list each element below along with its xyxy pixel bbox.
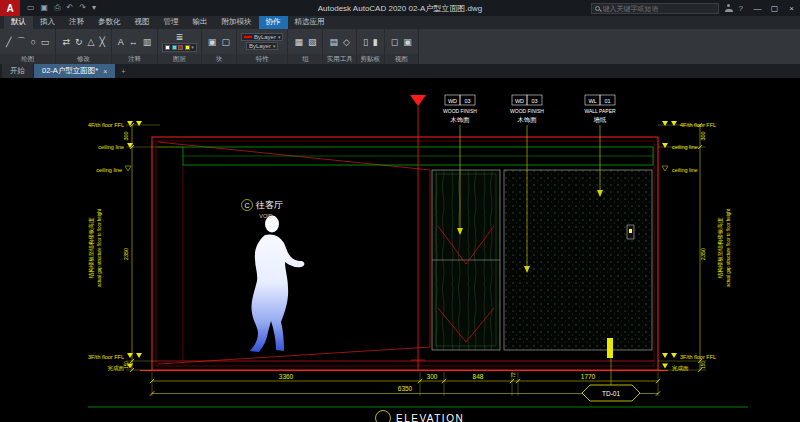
- arc-tool-icon[interactable]: ⌒: [16, 35, 25, 48]
- maximize-button[interactable]: ▢: [766, 0, 783, 16]
- svg-text:300: 300: [427, 373, 438, 380]
- titlebar-right: ? — ▢ ×: [591, 0, 800, 16]
- rotate-tool-icon[interactable]: ↻: [75, 37, 83, 47]
- save-icon[interactable]: ▣: [41, 3, 49, 13]
- copy-clip-icon[interactable]: ▮: [373, 37, 378, 47]
- quick-select-icon[interactable]: ◇: [343, 37, 350, 47]
- svg-text:4F/th floor FFL: 4F/th floor FFL: [88, 122, 124, 128]
- tab-featured-apps[interactable]: 精选应用: [288, 15, 332, 29]
- chevron-down-icon: ▾: [278, 34, 281, 40]
- new-tab-icon[interactable]: +: [116, 65, 130, 78]
- move-tool-icon[interactable]: ⇄: [62, 37, 70, 47]
- svg-text:2350: 2350: [123, 248, 129, 260]
- close-button[interactable]: ×: [783, 0, 800, 16]
- panel-modify-label[interactable]: 修改: [56, 54, 110, 64]
- erase-tool-icon[interactable]: ╳: [99, 37, 104, 47]
- svg-text:WD: WD: [448, 98, 457, 104]
- help-icon[interactable]: ?: [739, 4, 743, 13]
- minimize-button[interactable]: —: [749, 0, 766, 16]
- ribbon: ╱ ⌒ ○ ▭ 绘图 ⇄ ↻ △ ╳ 修改 A ↔ ▥ 注释 ≣: [0, 29, 800, 64]
- svg-text:结构楼板至结构楼板高度: 结构楼板至结构楼板高度: [717, 217, 724, 278]
- panel-block-label[interactable]: 块: [202, 54, 236, 64]
- tab-default[interactable]: 默认: [4, 15, 33, 29]
- group-icon[interactable]: ▦: [294, 37, 303, 47]
- file-tab-start[interactable]: 开始: [2, 64, 33, 78]
- insert-block-icon[interactable]: ▣: [208, 37, 217, 47]
- panel-clipboard: ▯ ▮ 剪贴板: [357, 29, 385, 64]
- measure-tool-icon[interactable]: ▤: [329, 37, 338, 47]
- svg-text:ELEVATION: ELEVATION: [396, 413, 464, 422]
- tab-manage[interactable]: 管理: [157, 15, 186, 29]
- text-tool-icon[interactable]: A: [118, 37, 124, 47]
- dimension-tool-icon[interactable]: ↔: [129, 37, 138, 47]
- tab-output[interactable]: 输出: [186, 15, 215, 29]
- line-tool-icon[interactable]: ╱: [6, 37, 11, 47]
- elevation-drawing-svg[interactable]: C 往客厅 VOID WD 03 WOOD FINISH 木饰面 WD 03 W…: [0, 78, 800, 422]
- panel-block: ▣ ▢ 块: [202, 29, 237, 64]
- paste-icon[interactable]: ▯: [363, 37, 368, 47]
- svg-text:木饰面: 木饰面: [450, 116, 470, 123]
- tab-addins[interactable]: 附加模块: [215, 15, 259, 29]
- open-icon[interactable]: ▭: [27, 3, 35, 13]
- panel-view-label[interactable]: 视图: [385, 54, 418, 64]
- file-tab-current-drawing[interactable]: 02-A户型立面图* ×: [34, 64, 115, 78]
- panel-draw-label[interactable]: 绘图: [0, 54, 55, 64]
- panel-utilities-label[interactable]: 实用工具: [323, 54, 355, 64]
- svg-text:WOOD FINISH: WOOD FINISH: [510, 108, 544, 114]
- svg-text:150: 150: [701, 361, 706, 369]
- layer-color-chip: [165, 45, 170, 50]
- svg-text:6350: 6350: [398, 385, 413, 392]
- plot-icon[interactable]: ⎙: [54, 3, 60, 13]
- detail-tag: TD-01: [582, 358, 640, 401]
- redo-icon[interactable]: ↷: [79, 3, 86, 13]
- tab-view[interactable]: 视图: [128, 15, 157, 29]
- help-search-box[interactable]: [591, 3, 719, 14]
- color-dropdown[interactable]: ByLayer ▾: [241, 33, 284, 41]
- titlebar: A ▭ ▣ ⎙ ↶ ↷ ▾ Autodesk AutoCAD 2020 02-A…: [0, 0, 800, 16]
- viewport-icon[interactable]: ◻: [391, 37, 398, 47]
- table-tool-icon[interactable]: ▥: [143, 37, 152, 47]
- model-space-canvas[interactable]: C 往客厅 VOID WD 03 WOOD FINISH 木饰面 WD 03 W…: [0, 78, 800, 422]
- layer-properties-icon[interactable]: ≣: [176, 32, 184, 42]
- tab-collaborate[interactable]: 协作: [259, 15, 288, 29]
- tab-annotate[interactable]: 注释: [62, 15, 91, 29]
- circle-tool-icon[interactable]: ○: [30, 37, 35, 47]
- quick-access-toolbar: ▭ ▣ ⎙ ↶ ↷ ▾: [27, 3, 96, 13]
- tab-insert[interactable]: 插入: [33, 15, 62, 29]
- autocad-logo-icon[interactable]: A: [0, 0, 20, 16]
- panel-layers-label[interactable]: 图层: [158, 54, 201, 64]
- left-dimension-chain: 300 2350 150: [123, 123, 183, 372]
- search-input[interactable]: [603, 5, 715, 12]
- svg-text:木饰面: 木饰面: [517, 116, 537, 123]
- ungroup-icon[interactable]: ▧: [308, 37, 317, 47]
- named-views-icon[interactable]: ▣: [403, 37, 412, 47]
- mirror-tool-icon[interactable]: △: [87, 37, 94, 47]
- linetype-dropdown[interactable]: ByLayer ▾: [246, 42, 279, 50]
- panel-view: ◻ ▣ 视图: [385, 29, 419, 64]
- svg-text:03: 03: [531, 98, 537, 104]
- tab-parametric[interactable]: 参数化: [91, 15, 128, 29]
- panel-properties-label[interactable]: 特性: [237, 54, 288, 64]
- svg-text:WOOD FINISH: WOOD FINISH: [443, 108, 477, 114]
- sign-in-icon[interactable]: [725, 4, 733, 12]
- panel-modify: ⇄ ↻ △ ╳ 修改: [56, 29, 111, 64]
- svg-text:actual gap structure floor to: actual gap structure floor to floor heig…: [97, 208, 102, 287]
- create-block-icon[interactable]: ▢: [221, 37, 230, 47]
- qat-dropdown-icon[interactable]: ▾: [92, 3, 96, 13]
- panel-groups-label[interactable]: 组: [288, 54, 322, 64]
- file-tab-bar: 开始 02-A户型立面图* × +: [0, 64, 800, 78]
- person-silhouette: [250, 216, 304, 353]
- panel-groups: ▦ ▧ 组: [288, 29, 323, 64]
- layer-dropdown[interactable]: ▾: [162, 43, 197, 52]
- svg-text:3360: 3360: [279, 373, 294, 380]
- rectangle-tool-icon[interactable]: ▭: [41, 37, 50, 47]
- layer-color-chip: [172, 45, 177, 50]
- panel-properties: ByLayer ▾ ByLayer ▾ 特性: [237, 29, 289, 64]
- svg-text:ceiling line: ceiling line: [96, 167, 122, 173]
- panel-clipboard-label[interactable]: 剪贴板: [357, 54, 384, 64]
- close-tab-icon[interactable]: ×: [103, 68, 107, 75]
- right-side-notes: 结构楼板至结构楼板高度 actual gap structure floor t…: [717, 208, 731, 287]
- undo-icon[interactable]: ↶: [67, 3, 74, 13]
- svg-text:结构楼板至结构楼板高度: 结构楼板至结构楼板高度: [88, 217, 95, 278]
- panel-annotation-label[interactable]: 注释: [112, 54, 158, 64]
